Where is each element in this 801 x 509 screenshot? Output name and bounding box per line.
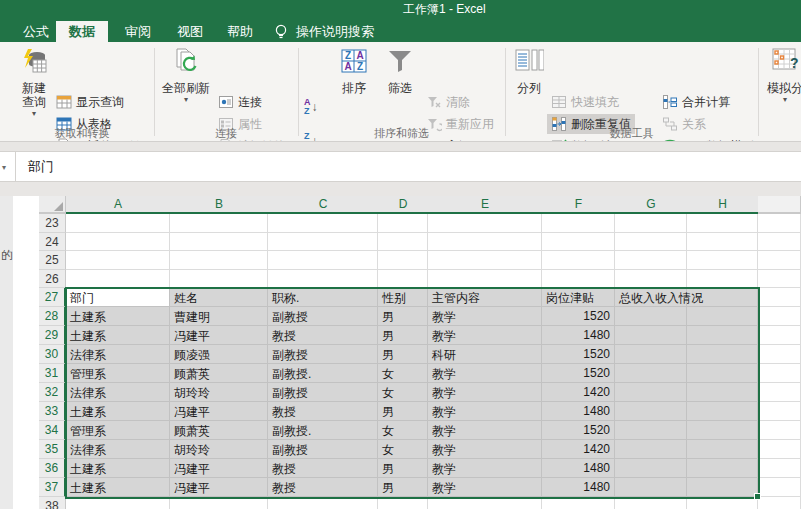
cell-F27[interactable]: 岗位津贴 xyxy=(542,288,615,307)
cell-H34[interactable] xyxy=(687,421,758,440)
cell-B27[interactable]: 姓名 xyxy=(170,288,268,307)
cell-F37[interactable]: 1480 xyxy=(542,478,615,497)
row-header-33[interactable]: 33 xyxy=(39,402,66,421)
cell-I32[interactable] xyxy=(758,383,801,402)
cell-C31[interactable]: 副教授. xyxy=(268,364,378,383)
cell-D32[interactable]: 女 xyxy=(378,383,428,402)
cell-E27[interactable]: 主管内容 xyxy=(428,288,542,307)
cell-A31[interactable]: 管理系 xyxy=(66,364,170,383)
cell-B33[interactable]: 冯建平 xyxy=(170,402,268,421)
refresh-all-button[interactable]: 全部刷新 ▾ xyxy=(158,47,214,137)
cell-G23[interactable] xyxy=(615,214,687,233)
filter-button[interactable]: 筛选 xyxy=(380,47,420,137)
cell-A26[interactable] xyxy=(66,270,170,289)
row-header-23[interactable]: 23 xyxy=(39,214,66,233)
cell-F24[interactable] xyxy=(542,233,615,252)
cell-D26[interactable] xyxy=(378,270,428,289)
cell-G33[interactable] xyxy=(615,402,687,421)
cell-B29[interactable]: 冯建平 xyxy=(170,326,268,345)
cell-F23[interactable] xyxy=(542,214,615,233)
cell-B30[interactable]: 顾凌强 xyxy=(170,345,268,364)
cell-C35[interactable]: 副教授 xyxy=(268,440,378,459)
cell-B34[interactable]: 顾萧英 xyxy=(170,421,268,440)
cell-E34[interactable]: 教学 xyxy=(428,421,542,440)
cell-F29[interactable]: 1480 xyxy=(542,326,615,345)
cell-E25[interactable] xyxy=(428,251,542,270)
cell-C26[interactable] xyxy=(268,270,378,289)
cell-H31[interactable] xyxy=(687,364,758,383)
formula-bar[interactable]: ▾ 部门 xyxy=(0,151,801,182)
cell-F34[interactable]: 1520 xyxy=(542,421,615,440)
cell-F30[interactable]: 1520 xyxy=(542,345,615,364)
cell-G29[interactable] xyxy=(615,326,687,345)
cell-I37[interactable] xyxy=(758,478,801,497)
cell-C30[interactable]: 副教授 xyxy=(268,345,378,364)
tab-data[interactable]: 数据 xyxy=(56,21,108,42)
cell-G30[interactable] xyxy=(615,345,687,364)
what-if-analysis-button[interactable]: ? 模拟分 ▾ xyxy=(763,47,801,137)
cell-I24[interactable] xyxy=(758,233,801,252)
cell-F32[interactable]: 1420 xyxy=(542,383,615,402)
cell-H32[interactable] xyxy=(687,383,758,402)
cell-C28[interactable]: 副教授 xyxy=(268,307,378,326)
cell-B35[interactable]: 胡玲玲 xyxy=(170,440,268,459)
cell-H38[interactable] xyxy=(687,497,758,509)
cell-G25[interactable] xyxy=(615,251,687,270)
cell-G28[interactable] xyxy=(615,307,687,326)
cell-G24[interactable] xyxy=(615,233,687,252)
cell-E28[interactable]: 教学 xyxy=(428,307,542,326)
cell-C29[interactable]: 教授 xyxy=(268,326,378,345)
cell-A29[interactable]: 土建系 xyxy=(66,326,170,345)
cell-H23[interactable] xyxy=(687,214,758,233)
cell-B31[interactable]: 顾萧英 xyxy=(170,364,268,383)
cell-E31[interactable]: 教学 xyxy=(428,364,542,383)
show-queries-button[interactable]: 显示查询 xyxy=(56,92,124,112)
clear-filter-button[interactable]: 清除 xyxy=(426,92,470,112)
cell-E35[interactable]: 教学 xyxy=(428,440,542,459)
cell-E38[interactable] xyxy=(428,497,542,509)
cell-A37[interactable]: 土建系 xyxy=(66,478,170,497)
row-header-34[interactable]: 34 xyxy=(39,421,66,440)
cell-D24[interactable] xyxy=(378,233,428,252)
cell-H30[interactable] xyxy=(687,345,758,364)
cell-E23[interactable] xyxy=(428,214,542,233)
tab-help[interactable]: 帮助 xyxy=(218,21,262,42)
column-header-H[interactable]: H xyxy=(687,196,759,214)
cell-E32[interactable]: 教学 xyxy=(428,383,542,402)
cell-H26[interactable] xyxy=(687,270,758,289)
cell-I38[interactable] xyxy=(758,497,801,509)
column-header-A[interactable]: A xyxy=(66,196,171,214)
cell-I31[interactable] xyxy=(758,364,801,383)
cell-B37[interactable]: 冯建平 xyxy=(170,478,268,497)
cell-D38[interactable] xyxy=(378,497,428,509)
row-header-24[interactable]: 24 xyxy=(39,233,66,252)
name-box-caret[interactable]: ▾ xyxy=(0,152,16,181)
cell-B36[interactable]: 冯建平 xyxy=(170,459,268,478)
cell-F28[interactable]: 1520 xyxy=(542,307,615,326)
cell-B26[interactable] xyxy=(170,270,268,289)
cell-A27[interactable]: 部门 xyxy=(66,288,170,307)
cell-A23[interactable] xyxy=(66,214,170,233)
flash-fill-button[interactable]: 快速填充 xyxy=(551,92,619,112)
new-query-button[interactable]: 新建查询 ▾ xyxy=(12,47,56,137)
sort-ascending-button[interactable]: AZ↓ xyxy=(304,94,330,120)
cell-I33[interactable] xyxy=(758,402,801,421)
cell-A30[interactable]: 法律系 xyxy=(66,345,170,364)
cell-A25[interactable] xyxy=(66,251,170,270)
cell-G36[interactable] xyxy=(615,459,687,478)
cell-F35[interactable]: 1420 xyxy=(542,440,615,459)
cell-G34[interactable] xyxy=(615,421,687,440)
cell-B32[interactable]: 胡玲玲 xyxy=(170,383,268,402)
row-header-37[interactable]: 37 xyxy=(39,478,66,497)
row-header-36[interactable]: 36 xyxy=(39,459,66,478)
cell-D37[interactable]: 男 xyxy=(378,478,428,497)
text-to-columns-button[interactable]: 分列 xyxy=(510,47,548,137)
cell-C34[interactable]: 副教授. xyxy=(268,421,378,440)
cell-A32[interactable]: 法律系 xyxy=(66,383,170,402)
cell-E26[interactable] xyxy=(428,270,542,289)
cell-H33[interactable] xyxy=(687,402,758,421)
cell-A24[interactable] xyxy=(66,233,170,252)
cell-C24[interactable] xyxy=(268,233,378,252)
column-header-F[interactable]: F xyxy=(542,196,616,214)
row-header-28[interactable]: 28 xyxy=(39,307,66,326)
